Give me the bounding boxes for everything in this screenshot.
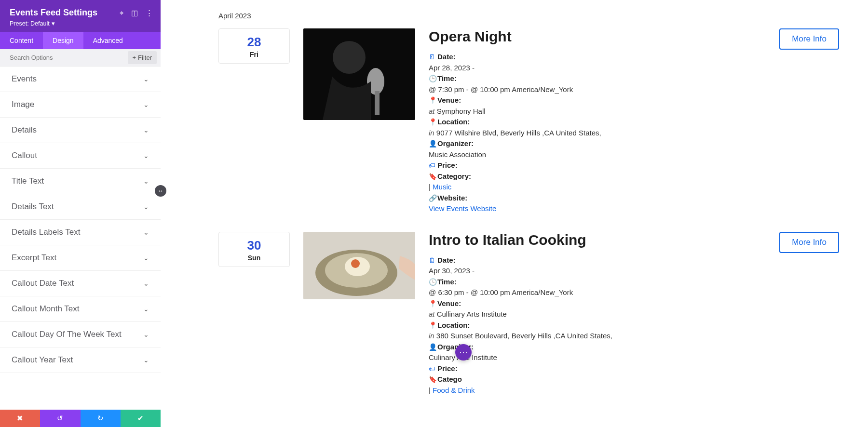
event-image[interactable] <box>303 28 415 120</box>
svg-point-1 <box>333 41 366 74</box>
venue-value: at Symphony Hall <box>429 106 768 117</box>
category-link[interactable]: Food & Drink <box>433 386 475 394</box>
chevron-down-icon: ⌄ <box>143 177 149 185</box>
section-label: Title Text <box>12 176 44 186</box>
price-label: Price: <box>437 364 458 373</box>
save-button[interactable]: ✔ <box>121 410 161 427</box>
sections-list[interactable]: Events⌄Image⌄Details⌄Callout⌄Title Text⌄… <box>0 67 161 410</box>
month-header: April 2023 <box>218 12 839 20</box>
panel-icon[interactable]: ◫ <box>131 9 138 17</box>
bookmark-icon: 🔖 <box>429 374 435 385</box>
section-label: Callout Day Of The Week Text <box>12 330 122 339</box>
venue-label: Venue: <box>437 96 461 104</box>
date-label: Date: <box>437 256 456 264</box>
search-bar: + Filter <box>0 49 161 67</box>
section-item[interactable]: Excerpt Text⌄ <box>0 245 161 271</box>
section-item[interactable]: Details Text⌄ <box>0 194 161 220</box>
section-label: Callout Year Text <box>12 355 73 365</box>
category-link[interactable]: Music <box>433 183 451 191</box>
calendar-icon: 🗓 <box>429 52 435 62</box>
section-item[interactable]: Image⌄ <box>0 92 161 118</box>
venue-value: at Cullinary Arts Institute <box>429 309 768 320</box>
section-label: Callout Date Text <box>12 279 74 288</box>
pin-icon: 📍 <box>429 117 435 127</box>
tag-icon: 🏷 <box>429 160 435 171</box>
category-label: Catego <box>437 375 462 383</box>
event-title[interactable]: Intro to Italian Cooking <box>429 232 768 248</box>
chevron-down-icon: ⌄ <box>143 356 149 364</box>
venue-label: Venue: <box>437 299 461 307</box>
preset-selector[interactable]: Preset: Default ▾ <box>10 20 151 27</box>
date-number: 28 <box>219 35 289 50</box>
clock-icon: 🕒 <box>429 74 435 84</box>
event-row: 30SunIntro to Italian Cooking🗓Date:Apr 3… <box>218 232 839 396</box>
chevron-down-icon: ▾ <box>52 20 55 27</box>
location-label: Location: <box>437 118 470 126</box>
section-label: Details Labels Text <box>12 227 80 237</box>
more-info-button[interactable]: More Info <box>779 232 839 253</box>
calendar-icon: 🗓 <box>429 255 435 266</box>
date-callout: 30Sun <box>218 232 290 267</box>
time-label: Time: <box>437 74 457 82</box>
section-item[interactable]: Details Labels Text⌄ <box>0 220 161 245</box>
section-item[interactable]: Details⌄ <box>0 118 161 143</box>
location-value: in 380 Sunset Boulevard, Beverly Hills ,… <box>429 331 768 342</box>
section-item[interactable]: Events⌄ <box>0 67 161 92</box>
section-item[interactable]: Title Text⌄ <box>0 169 161 194</box>
redo-button[interactable]: ↻ <box>81 410 121 427</box>
section-label: Image <box>12 100 34 109</box>
undo-button[interactable]: ↺ <box>40 410 80 427</box>
chevron-down-icon: ⌄ <box>143 203 149 211</box>
tab-design[interactable]: Design <box>43 32 83 49</box>
more-info-button[interactable]: More Info <box>779 28 839 50</box>
chevron-down-icon: ⌄ <box>143 152 149 160</box>
chevron-down-icon: ⌄ <box>143 254 149 262</box>
fab-more-icon[interactable]: ⋯ <box>455 344 472 360</box>
event-title[interactable]: Opera Night <box>429 28 768 45</box>
date-value: Apr 28, 2023 - <box>429 63 768 74</box>
chevron-down-icon: ⌄ <box>143 126 149 134</box>
date-value: Apr 30, 2023 - <box>429 266 768 277</box>
tab-advanced[interactable]: Advanced <box>83 32 133 49</box>
cancel-button[interactable]: ✖ <box>0 410 40 427</box>
main-preview: April 2023 28FriOpera Night🗓Date:Apr 28,… <box>161 0 868 427</box>
kebab-icon[interactable]: ⋮ <box>146 9 153 17</box>
chevron-down-icon: ⌄ <box>143 101 149 108</box>
section-item[interactable]: Callout Day Of The Week Text⌄ <box>0 322 161 347</box>
sidebar-header: Events Feed Settings Preset: Default ▾ ⌖… <box>0 0 161 32</box>
plus-icon: + <box>133 54 136 61</box>
header-icons: ⌖ ◫ ⋮ <box>120 9 153 17</box>
pin-icon: 📍 <box>429 299 435 309</box>
settings-sidebar: Events Feed Settings Preset: Default ▾ ⌖… <box>0 0 161 427</box>
chevron-down-icon: ⌄ <box>143 305 149 313</box>
person-icon: 👤 <box>429 342 435 352</box>
bookmark-icon: 🔖 <box>429 172 435 182</box>
date-dayname: Fri <box>219 51 289 58</box>
svg-point-8 <box>351 259 360 268</box>
chevron-down-icon: ⌄ <box>143 331 149 338</box>
section-label: Excerpt Text <box>12 253 56 263</box>
filter-button[interactable]: + Filter <box>128 51 157 64</box>
section-item[interactable]: Callout Year Text⌄ <box>0 347 161 373</box>
website-link[interactable]: View Events Website <box>429 204 496 213</box>
resize-handle[interactable]: ↔ <box>155 185 166 197</box>
section-item[interactable]: Callout Date Text⌄ <box>0 271 161 296</box>
section-item[interactable]: Callout Month Text⌄ <box>0 296 161 322</box>
sidebar-footer: ✖ ↺ ↻ ✔ <box>0 410 161 427</box>
svg-rect-3 <box>375 91 380 115</box>
time-value: @ 6:30 pm - @ 10:00 pm America/New_York <box>429 287 768 298</box>
person-icon: 👤 <box>429 139 435 149</box>
section-item[interactable]: Callout⌄ <box>0 143 161 169</box>
price-label: Price: <box>437 161 458 169</box>
section-label: Details <box>12 125 37 135</box>
event-image[interactable] <box>303 232 415 299</box>
target-icon[interactable]: ⌖ <box>120 9 123 17</box>
location-value: in 9077 Wilshire Blvd, Beverly Hills ,CA… <box>429 128 768 139</box>
tag-icon: 🏷 <box>429 364 435 374</box>
date-number: 30 <box>219 238 289 253</box>
tab-content[interactable]: Content <box>0 32 43 49</box>
search-input[interactable] <box>0 49 128 66</box>
pin-icon: 📍 <box>429 95 435 106</box>
chevron-down-icon: ⌄ <box>143 228 149 236</box>
time-label: Time: <box>437 278 457 286</box>
